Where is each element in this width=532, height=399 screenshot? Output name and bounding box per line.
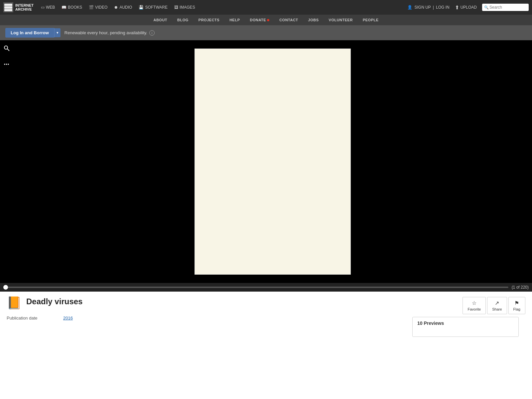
viewer-more-icon[interactable]: ••• xyxy=(2,60,11,69)
meta-key-pubdate: Publication date xyxy=(7,316,60,321)
svg-rect-3 xyxy=(4,4,12,6)
borrow-button[interactable]: Log In and Borrow xyxy=(5,28,54,38)
search-icon: 🔍 xyxy=(484,5,489,10)
metadata-col: Publication date 2016 xyxy=(7,314,406,337)
subnav-contact[interactable]: CONTACT xyxy=(275,15,303,25)
book-info-area: 📙 Deadly viruses ☆ Favorite ↗ Share ⚑ Fl… xyxy=(0,292,532,314)
subnav-about[interactable]: ABOUT xyxy=(149,15,172,25)
web-icon: ▭ xyxy=(41,5,45,10)
search-input[interactable] xyxy=(482,4,529,11)
sign-up-link[interactable]: SIGN UP xyxy=(414,5,431,10)
nav-books[interactable]: 📖 BOOKS xyxy=(59,4,85,11)
sub-nav: ABOUT BLOG PROJECTS HELP DONATE CONTACT … xyxy=(0,15,532,25)
auth-area: 👤 SIGN UP | LOG IN xyxy=(407,5,449,10)
search-wrapper: 🔍 xyxy=(482,4,529,11)
log-in-link[interactable]: LOG IN xyxy=(436,5,450,10)
progress-label: (1 of 220) xyxy=(512,285,529,290)
previews-box: 10 Previews xyxy=(412,317,519,337)
book-icon: 📙 xyxy=(7,297,22,309)
subnav-people[interactable]: PEOPLE xyxy=(358,15,383,25)
progress-thumb xyxy=(3,285,8,290)
progress-slider[interactable] xyxy=(3,287,508,288)
progress-bar-area: (1 of 220) xyxy=(0,283,532,292)
nav-video[interactable]: 🎬 VIDEO xyxy=(86,4,110,11)
user-icon: 👤 xyxy=(407,5,412,10)
book-page xyxy=(195,49,351,275)
subnav-blog[interactable]: BLOG xyxy=(173,15,193,25)
subnav-jobs[interactable]: JOBS xyxy=(304,15,324,25)
svg-line-5 xyxy=(7,49,9,51)
favorite-icon: ☆ xyxy=(472,300,476,306)
borrow-info: Renewable every hour, pending availabili… xyxy=(65,30,155,36)
borrow-btn-wrap: Log In and Borrow ▾ xyxy=(5,28,61,38)
books-icon: 📖 xyxy=(62,5,66,10)
subnav-help[interactable]: HELP xyxy=(225,15,244,25)
audio-icon: ⏺ xyxy=(114,5,118,10)
nav-software[interactable]: 💾 SOFTWARE xyxy=(136,4,170,11)
info-icon[interactable]: i xyxy=(149,30,155,36)
images-icon: 🖼 xyxy=(174,5,178,10)
subnav-donate[interactable]: DONATE xyxy=(245,15,274,25)
share-icon: ↗ xyxy=(495,300,499,306)
share-button[interactable]: ↗ Share xyxy=(487,297,507,314)
software-icon: 💾 xyxy=(139,5,144,10)
borrow-bar: Log In and Borrow ▾ Renewable every hour… xyxy=(0,25,532,40)
book-title: Deadly viruses xyxy=(26,297,458,306)
viewer-area: ••• xyxy=(0,40,532,283)
svg-rect-1 xyxy=(4,9,12,11)
meta-row-pubdate: Publication date 2016 xyxy=(7,314,406,322)
meta-value-pubdate[interactable]: 2016 xyxy=(63,316,73,321)
previews-title: 10 Previews xyxy=(417,321,514,326)
viewer-sidebar: ••• xyxy=(0,40,13,283)
borrow-dropdown-button[interactable]: ▾ xyxy=(54,28,61,37)
bottom-section: Publication date 2016 10 Previews xyxy=(0,314,532,337)
upload-button[interactable]: ⬆ UPLOAD xyxy=(455,4,477,11)
subnav-volunteer[interactable]: VOLUNTEER xyxy=(324,15,357,25)
nav-audio[interactable]: ⏺ AUDIO xyxy=(111,4,135,11)
viewer-search-icon[interactable] xyxy=(2,44,11,53)
top-nav: INTERNET ARCHIVE ▭ WEB 📖 BOOKS 🎬 VIDEO ⏺… xyxy=(0,0,532,15)
book-actions: ☆ Favorite ↗ Share ⚑ Flag xyxy=(463,297,525,314)
flag-icon: ⚑ xyxy=(514,300,519,306)
favorite-button[interactable]: ☆ Favorite xyxy=(463,297,486,314)
flag-button[interactable]: ⚑ Flag xyxy=(508,297,525,314)
book-title-section: Deadly viruses xyxy=(26,297,458,306)
viewer-center xyxy=(13,40,532,283)
previews-col: 10 Previews xyxy=(412,314,525,337)
nav-web[interactable]: ▭ WEB xyxy=(38,4,58,11)
svg-rect-2 xyxy=(4,6,12,9)
svg-point-4 xyxy=(4,46,8,49)
video-icon: 🎬 xyxy=(89,5,94,10)
nav-images[interactable]: 🖼 IMAGES xyxy=(172,4,198,11)
upload-icon: ⬆ xyxy=(455,4,459,11)
logo-link[interactable]: INTERNET ARCHIVE xyxy=(3,2,34,12)
logo-icon xyxy=(3,2,13,12)
logo-text: INTERNET ARCHIVE xyxy=(15,3,34,11)
subnav-projects[interactable]: PROJECTS xyxy=(194,15,224,25)
donate-dot xyxy=(267,19,269,21)
